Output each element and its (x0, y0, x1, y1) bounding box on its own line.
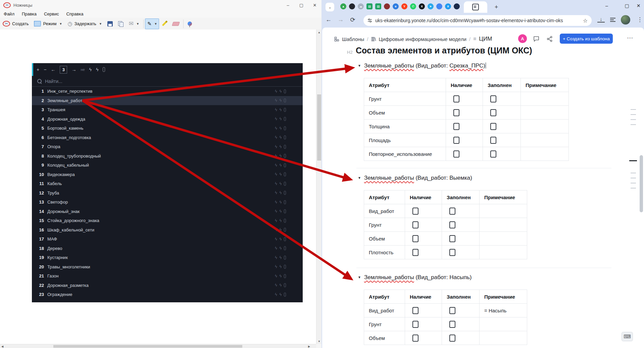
zoom-out-button[interactable]: − (44, 67, 46, 72)
test-tube-icon[interactable] (284, 89, 286, 93)
test-tube-icon[interactable] (284, 246, 286, 250)
filled-checkbox[interactable] (449, 208, 455, 215)
zap-outline-icon[interactable]: ϟ (280, 89, 282, 94)
zap-outline-icon[interactable]: ϟ (280, 227, 282, 232)
zap-outline-icon[interactable]: ϟ (280, 144, 282, 149)
zap-icon[interactable]: ϟ (275, 209, 277, 214)
menu-help[interactable]: Справка (62, 11, 87, 16)
test-tube-icon[interactable] (284, 228, 286, 232)
zap-outline-icon[interactable]: ϟ (280, 264, 282, 269)
browser-menu-kebab-icon[interactable]: ⋮ (637, 16, 643, 23)
address-bar[interactable]: uks-ekaterinburg.yonote.ru/doc/cim-cd0mn… (363, 15, 592, 26)
presence-checkbox[interactable] (412, 221, 418, 228)
zap-icon[interactable]: ϟ (275, 89, 277, 94)
edit-in-paint3d-button[interactable] (185, 19, 195, 29)
maximize-button[interactable]: ▢ (295, 0, 308, 10)
pen-button[interactable]: ✎ ▼ (145, 18, 159, 29)
zap-icon[interactable]: ϟ (275, 117, 277, 121)
test-tube-icon[interactable] (284, 209, 286, 213)
test-tube-icon[interactable] (284, 108, 286, 112)
zap-icon[interactable]: ϟ (275, 264, 277, 269)
pinned-tab-edge-blue-icon[interactable]: e (393, 3, 399, 9)
layer-row[interactable]: 22Дорожная_разметкаϟϟ (32, 281, 303, 290)
zap-icon[interactable]: ϟ (275, 274, 277, 278)
layer-row[interactable]: 13Светофорϟϟ (32, 198, 303, 207)
pinned-tab-google-sheets-icon[interactable]: ▤ (366, 3, 373, 9)
presence-checkbox[interactable] (453, 150, 459, 158)
zap-outline-icon[interactable]: ϟ (280, 237, 282, 242)
section-heading[interactable]: ▼Земляные_работы (Вид_работ: Выемка) (358, 175, 472, 181)
presence-checkbox[interactable] (412, 249, 418, 256)
new-tab-button[interactable]: + (492, 3, 501, 11)
zap-outline-icon[interactable]: ϟ (280, 274, 282, 278)
layer-row[interactable]: 6Бетонная_подготовкаϟϟ (32, 133, 303, 142)
presence-checkbox[interactable] (412, 235, 418, 242)
zap-outline-icon[interactable]: ϟ (280, 190, 282, 195)
zap-outline-icon[interactable]: ϟ (280, 200, 282, 205)
layer-row[interactable]: 17МАФϟϟ (32, 234, 303, 244)
download-icon[interactable]: ↓ (597, 16, 605, 23)
share-icon[interactable] (546, 36, 553, 44)
layer-row[interactable]: 1Инж_сети_перспективϟϟ (32, 87, 303, 96)
zap-icon[interactable]: ϟ (275, 98, 277, 103)
filled-checkbox[interactable] (449, 221, 455, 228)
test-tube-icon[interactable] (284, 265, 286, 269)
test-tube-icon[interactable] (284, 172, 286, 176)
filled-checkbox[interactable] (490, 95, 496, 102)
zap-icon[interactable]: ϟ (275, 172, 277, 177)
pinned-tab-badge-dark-red-icon[interactable] (384, 3, 390, 9)
back-arrow-button[interactable]: ← (51, 67, 55, 72)
test-tube-icon[interactable] (284, 293, 286, 297)
vertical-scrollbar[interactable]: ▲ ▼ (316, 30, 322, 344)
zap-icon[interactable]: ϟ (275, 246, 277, 251)
back-icon[interactable]: ← (323, 16, 334, 23)
test-tube-icon[interactable] (284, 191, 286, 195)
filled-checkbox[interactable] (449, 235, 455, 242)
filled-checkbox[interactable] (449, 321, 455, 328)
layer-row[interactable]: 5Бортовой_каменьϟϟ (32, 124, 303, 133)
zap-icon[interactable]: ϟ (275, 154, 277, 158)
layer-row[interactable]: 9Колодец_кабельныйϟϟ (32, 161, 303, 170)
forward-arrow-button[interactable]: → (71, 67, 76, 72)
zap-outline-icon[interactable]: ϟ (280, 117, 282, 121)
layer-row[interactable]: 7Опораϟϟ (32, 142, 303, 151)
collapse-triangle-icon[interactable]: ▼ (358, 176, 361, 180)
forward-icon[interactable]: → (335, 16, 346, 23)
zap-icon[interactable]: ϟ (275, 255, 277, 260)
outline-current-dash[interactable] (629, 160, 637, 161)
breadcrumb-models[interactable]: Цифровые информационные модели (379, 36, 466, 42)
zap-icon[interactable]: ϟ (275, 200, 277, 205)
scroll-right-icon[interactable]: ▶ (307, 344, 311, 348)
presence-checkbox[interactable] (412, 208, 418, 215)
zap-outline-icon[interactable]: ϟ (280, 163, 282, 168)
outline-dash[interactable] (631, 109, 636, 110)
pinned-tab-google-multicolor-icon[interactable] (436, 3, 442, 9)
layer-row[interactable]: 12Трубаϟϟ (32, 188, 303, 198)
zap-outline-icon[interactable]: ϟ (280, 246, 282, 251)
zap-icon[interactable]: ϟ (275, 126, 277, 131)
filled-checkbox[interactable] (490, 137, 496, 144)
test-tube-icon[interactable] (284, 163, 286, 167)
horizontal-scrollbar[interactable]: ◀ ▶ (0, 344, 316, 348)
zap-icon[interactable]: ϟ (275, 107, 277, 112)
filled-checkbox[interactable] (490, 150, 496, 158)
zap-outline-icon[interactable]: ϟ (280, 135, 282, 140)
menu-tools[interactable]: Сервис (40, 11, 63, 16)
zap-outline-icon[interactable]: ϟ (280, 126, 282, 131)
save-button[interactable] (105, 19, 115, 29)
layer-row[interactable]: 19Кустарникϟϟ (32, 253, 303, 262)
new-snip-button[interactable]: ✂ Создать (0, 19, 31, 29)
browser-close-button[interactable]: ✕ (633, 0, 644, 11)
test-tube-icon[interactable] (284, 283, 286, 287)
filled-checkbox[interactable] (490, 109, 496, 116)
zap-outline-icon[interactable]: ϟ (280, 255, 282, 260)
outline-dash[interactable] (631, 173, 636, 173)
zap-outline-icon[interactable]: ϟ (280, 218, 282, 223)
scrollbar-thumb[interactable] (317, 94, 321, 161)
page-title[interactable]: Состав элементов и атрибутов (ЦИМ ОКС) (356, 46, 532, 55)
site-settings-icon[interactable] (367, 18, 372, 23)
layer-row[interactable]: 11Кабельϟϟ (32, 179, 303, 188)
zap-outline-icon[interactable]: ϟ (280, 292, 282, 297)
layer-row[interactable]: 10Видеокамераϟϟ (32, 170, 303, 179)
test-tube-icon[interactable] (284, 117, 286, 121)
